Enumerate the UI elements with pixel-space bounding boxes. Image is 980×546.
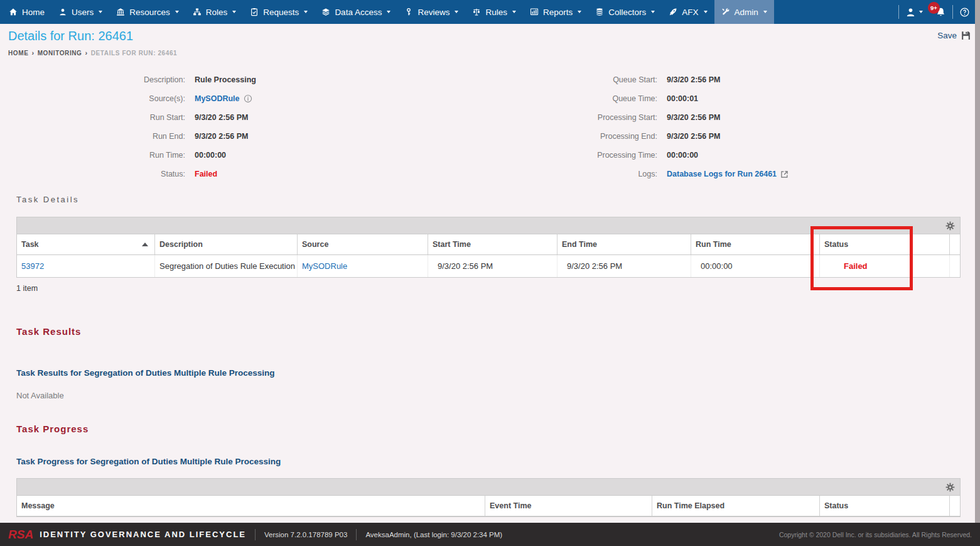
- footer-user: AveksaAdmin, (Last login: 9/3/20 2:34 PM…: [365, 531, 502, 538]
- column-header-run-time-elapsed[interactable]: Run Time Elapsed: [652, 496, 820, 516]
- column-header-label: Description: [159, 240, 203, 249]
- save-button[interactable]: Save: [937, 30, 971, 41]
- queue-time-value: 00:00:01: [657, 94, 698, 103]
- field-label: Queue Start:: [488, 75, 657, 84]
- column-header-label: Start Time: [433, 240, 471, 249]
- column-header-start-time[interactable]: Start Time: [428, 234, 557, 254]
- run-details: Description: Rule Processing Source(s): …: [0, 70, 980, 183]
- main-content: Task Details Task Description Source Sta…: [0, 195, 980, 517]
- column-header-run-time[interactable]: Run Time: [691, 234, 820, 254]
- nav-item-afx[interactable]: AFX: [662, 0, 714, 24]
- chevron-down-icon: [651, 11, 655, 13]
- task-source-link[interactable]: MySODRule: [302, 261, 347, 271]
- nav-item-data-access[interactable]: Data Access: [315, 0, 397, 24]
- table-settings-button[interactable]: [945, 483, 955, 492]
- processing-time-value: 00:00:00: [657, 151, 698, 160]
- column-header-status[interactable]: Status: [820, 234, 950, 254]
- hierarchy-icon: [193, 8, 202, 16]
- column-header-task[interactable]: Task: [17, 234, 155, 254]
- task-progress-toolbar: [17, 479, 960, 496]
- column-header-end-time[interactable]: End Time: [557, 234, 691, 254]
- field-label: Processing End:: [488, 132, 657, 141]
- field-label: Logs:: [488, 170, 657, 178]
- info-icon[interactable]: [244, 94, 252, 103]
- users-icon: [58, 8, 67, 16]
- help-button[interactable]: [959, 7, 970, 18]
- nav-item-label: Requests: [263, 8, 299, 17]
- chart-icon: [530, 8, 539, 16]
- nav-item-label: Admin: [735, 8, 758, 17]
- column-header-event-time[interactable]: Event Time: [485, 496, 652, 516]
- nav-item-label: Reports: [543, 8, 573, 17]
- column-header-label: Run Time Elapsed: [657, 501, 724, 510]
- task-details-label: Task Details: [16, 195, 961, 204]
- column-header-status[interactable]: Status: [820, 496, 950, 516]
- chevron-down-icon: [578, 11, 581, 13]
- field-label: Run End:: [16, 132, 185, 141]
- database-icon: [595, 8, 604, 16]
- nav-item-requests[interactable]: Requests: [243, 0, 315, 24]
- run-details-left: Description: Rule Processing Source(s): …: [16, 70, 488, 183]
- field-label: Run Start:: [16, 113, 185, 122]
- task-run-time-cell: 00:00:00: [691, 255, 820, 277]
- task-progress-table: Message Event Time Run Time Elapsed Stat…: [16, 478, 961, 517]
- navbar-right-cluster: 9+: [898, 0, 980, 24]
- queue-start-value: 9/3/20 2:56 PM: [657, 75, 720, 84]
- sort-ascending-icon: [142, 243, 148, 246]
- divider: [952, 5, 953, 19]
- nav-item-resources[interactable]: Resources: [109, 0, 186, 24]
- chevron-down-icon: [512, 11, 516, 13]
- nav-item-label: Rules: [485, 8, 507, 17]
- home-icon: [9, 8, 18, 16]
- nav-item-label: Users: [72, 8, 94, 17]
- field-label: Description:: [16, 75, 185, 84]
- account-menu-button[interactable]: [905, 7, 923, 18]
- table-settings-button[interactable]: [945, 221, 955, 231]
- rsa-logo: RSA: [8, 528, 33, 542]
- divider: [356, 529, 357, 540]
- task-details-toolbar: [17, 217, 960, 234]
- column-header-source[interactable]: Source: [298, 234, 428, 254]
- save-icon: [961, 30, 971, 41]
- run-details-right: Queue Start: 9/3/20 2:56 PM Queue Time: …: [488, 70, 961, 183]
- bank-icon: [116, 8, 125, 16]
- task-id-link[interactable]: 53972: [21, 261, 44, 271]
- task-start-time-cell: 9/3/20 2:56 PM: [428, 255, 557, 277]
- column-header-label: Task: [21, 240, 39, 249]
- chevron-down-icon: [232, 11, 236, 13]
- notifications-button[interactable]: 9+: [929, 7, 946, 18]
- database-logs-link[interactable]: Database Logs for Run 26461: [667, 170, 777, 178]
- nav-item-label: Home: [22, 8, 45, 17]
- chevron-down-icon: [704, 11, 708, 13]
- chevron-down-icon: [99, 11, 102, 13]
- nav-item-reports[interactable]: Reports: [523, 0, 588, 24]
- nav-item-roles[interactable]: Roles: [186, 0, 244, 24]
- breadcrumb-current: DETAILS FOR RUN: 26461: [91, 50, 177, 57]
- field-label: Source(s):: [16, 94, 185, 103]
- field-label: Status:: [16, 170, 185, 178]
- nav-item-users[interactable]: Users: [51, 0, 109, 24]
- nav-item-collectors[interactable]: Collectors: [588, 0, 662, 24]
- nav-item-home[interactable]: Home: [0, 0, 51, 24]
- gear-icon: [945, 483, 955, 492]
- processing-end-value: 9/3/20 2:56 PM: [657, 132, 720, 141]
- nav-item-rules[interactable]: Rules: [465, 0, 523, 24]
- nav-item-admin[interactable]: Admin: [714, 0, 774, 24]
- column-header-description[interactable]: Description: [155, 234, 298, 254]
- processing-start-value: 9/3/20 2:56 PM: [657, 113, 720, 122]
- external-link-icon: [780, 170, 789, 178]
- layers-icon: [321, 8, 330, 16]
- breadcrumb-home[interactable]: HOME: [8, 50, 28, 57]
- breadcrumb-monitoring[interactable]: MONITORING: [38, 50, 82, 57]
- nav-item-label: Reviews: [417, 8, 450, 17]
- column-header-label: End Time: [562, 240, 597, 249]
- column-header-message[interactable]: Message: [17, 496, 485, 516]
- clipboard-check-icon: [250, 8, 259, 16]
- column-header-filler: [950, 496, 960, 516]
- vertical-scrollbar[interactable]: [975, 0, 980, 523]
- task-details-table: Task Description Source Start Time End T…: [16, 217, 961, 278]
- nav-item-reviews[interactable]: Reviews: [397, 0, 465, 24]
- column-header-filler: [950, 234, 960, 254]
- source-link[interactable]: MySODRule: [195, 94, 240, 103]
- status-value: Failed: [185, 170, 217, 178]
